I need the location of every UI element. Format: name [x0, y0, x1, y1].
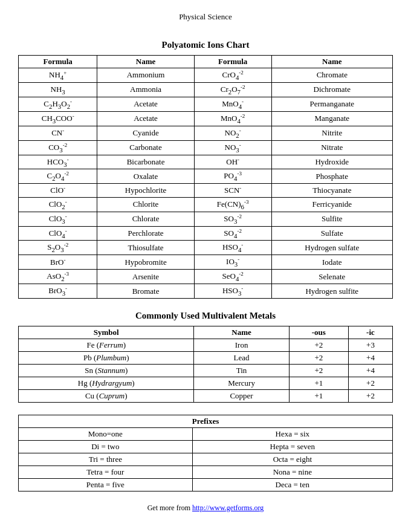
- table-row: BrO- Hypobromite IO3- Iodate: [19, 255, 393, 270]
- col-name2: Name: [271, 56, 392, 68]
- table-row: Tetra = four Nona = nine: [19, 466, 393, 479]
- table-row: ClO2- Chlorite Fe(CN)6-3 Ferricyanide: [19, 197, 393, 212]
- polyatomic-table: Formula Name Formula Name NH4+ Ammonium …: [18, 55, 393, 299]
- col-name1: Name: [97, 56, 194, 68]
- table-row: Tri = three Octa = eight: [19, 453, 393, 466]
- table-row: ClO- Hypochlorite SCN- Thiocyanate: [19, 184, 393, 197]
- table-row: ClO4- Perchlorate SO4-2 Sulfate: [19, 226, 393, 241]
- footer-link[interactable]: http://www.getforms.org: [192, 504, 264, 512]
- table-row: HCO3- Bicarbonate OH- Hydroxide: [19, 155, 393, 169]
- multivalent-title: Commonly Used Multivalent Metals: [18, 311, 393, 321]
- col-formula2: Formula: [194, 56, 271, 68]
- page-header: Physical Science: [18, 12, 393, 22]
- multivalent-table: Symbol Name -ous -ic Fe (Ferrum) Iron +2…: [18, 326, 393, 403]
- prefixes-title: Prefixes: [19, 415, 393, 428]
- table-row: Hg (Hydrargyum) Mercury +1 +2: [19, 377, 393, 390]
- polyatomic-title: Polyatomic Ions Chart: [18, 40, 393, 50]
- table-row: Di = two Hepta = seven: [19, 441, 393, 453]
- table-row: Pb (Plumbum) Lead +2 +4: [19, 352, 393, 365]
- col-formula1: Formula: [19, 56, 97, 68]
- table-row: AsO2-3 Arsenite SeO4-2 Selenate: [19, 270, 393, 284]
- footer-text: Get more from: [147, 504, 192, 512]
- table-row: Cu (Cuprum) Copper +1 +2: [19, 390, 393, 403]
- table-row: CH3COO- Acetate MnO4-2 Manganate: [19, 111, 393, 126]
- table-row: NH3 Ammonia Cr2O7-2 Dichromate: [19, 82, 393, 97]
- table-header-row: Formula Name Formula Name: [19, 56, 393, 68]
- table-row: C2O4-2 Oxalate PO4-3 Phosphate: [19, 169, 393, 184]
- table-header-row: Symbol Name -ous -ic: [19, 326, 393, 339]
- table-row: NH4+ Ammonium CrO4-2 Chromate: [19, 68, 393, 83]
- prefixes-header-row: Prefixes: [19, 415, 393, 428]
- table-row: Penta = five Deca = ten: [19, 479, 393, 491]
- table-row: Sn (Stannum) Tin +2 +4: [19, 365, 393, 377]
- page-title: Physical Science: [179, 12, 232, 21]
- table-row: BrO3- Bromate HSO3- Hydrogen sulfite: [19, 284, 393, 299]
- table-row: CO3-2 Carbonate NO3- Nitrate: [19, 140, 393, 155]
- table-row: C2H3O2- Acetate MnO4- Permanganate: [19, 97, 393, 111]
- table-row: Fe (Ferrum) Iron +2 +3: [19, 339, 393, 352]
- table-row: CN- Cyanide NO2- Nitrite: [19, 126, 393, 140]
- footer: Get more from http://www.getforms.org: [18, 504, 393, 513]
- prefixes-table: Prefixes Mono=one Hexa = six Di = two He…: [18, 415, 393, 491]
- table-row: S2O3-2 Thiosulfate HSO4- Hydrogen sulfat…: [19, 241, 393, 255]
- table-row: Mono=one Hexa = six: [19, 428, 393, 441]
- table-row: ClO3- Chlorate SO3-2 Sulfite: [19, 212, 393, 226]
